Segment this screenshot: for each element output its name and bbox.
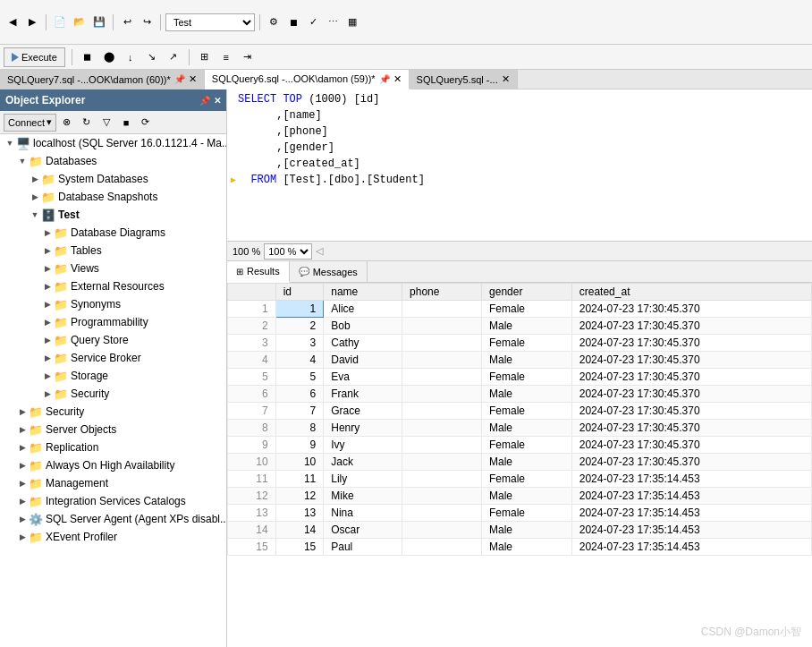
tree-node-databases[interactable]: ▼📁Databases (0, 152, 226, 170)
table-row[interactable]: 33CathyFemale2024-07-23 17:30:45.370 (228, 335, 812, 352)
cell-created-2[interactable]: 2024-07-23 17:30:45.370 (571, 318, 811, 335)
cell-name-15[interactable]: Paul (324, 539, 402, 556)
expand-databases[interactable]: ▼ (16, 155, 29, 167)
expand-query_store[interactable]: ▶ (41, 334, 54, 346)
cell-gender-9[interactable]: Female (482, 437, 572, 454)
sql-editor[interactable]: SELECT TOP (1000) [id] ,[name] ,[phone] … (227, 89, 812, 242)
cell-gender-6[interactable]: Male (482, 386, 572, 403)
messages-tab[interactable]: 💬 Messages (290, 261, 368, 282)
disconnect-btn[interactable]: ⊗ (58, 114, 76, 132)
tree-node-server[interactable]: ▼🖥️localhost (SQL Server 16.0.1121.4 - M… (0, 134, 226, 152)
cell-phone-6[interactable] (402, 386, 482, 403)
cell-id-5[interactable]: 5 (275, 369, 324, 386)
table-row[interactable]: 1010JackMale2024-07-23 17:30:45.370 (228, 454, 812, 471)
cell-phone-15[interactable] (402, 539, 482, 556)
cell-id-9[interactable]: 9 (275, 437, 324, 454)
cell-id-7[interactable]: 7 (275, 403, 324, 420)
tree-node-always_on[interactable]: ▶📁Always On High Availability (0, 456, 226, 474)
expand-security_db[interactable]: ▶ (41, 387, 54, 400)
table-row[interactable]: 22BobMale2024-07-23 17:30:45.370 (228, 318, 812, 335)
undo-btn[interactable]: ↩ (118, 13, 136, 31)
cell-id-11[interactable]: 11 (275, 471, 324, 488)
cell-created-10[interactable]: 2024-07-23 17:30:45.370 (571, 454, 811, 471)
expand-server_objects[interactable]: ▶ (16, 423, 29, 436)
tree-node-security_db[interactable]: ▶📁Security (0, 385, 226, 403)
tree-node-db_snapshots[interactable]: ▶📁Database Snapshots (0, 188, 226, 206)
cell-name-8[interactable]: Henry (324, 420, 402, 437)
query-tab-6[interactable]: SQLQuery6.sql -...OOK\damon (59))* 📌 ✕ (205, 70, 410, 89)
stop-btn[interactable]: ⏹ (284, 13, 302, 31)
cell-phone-11[interactable] (402, 471, 482, 488)
tree-node-ext_resources[interactable]: ▶📁External Resources (0, 277, 226, 295)
table-row[interactable]: 99IvyFemale2024-07-23 17:30:45.370 (228, 437, 812, 454)
cell-created-3[interactable]: 2024-07-23 17:30:45.370 (571, 335, 811, 352)
expand-system_dbs[interactable]: ▶ (29, 173, 41, 185)
cell-name-10[interactable]: Jack (324, 454, 402, 471)
cell-id-4[interactable]: 4 (275, 352, 324, 369)
table-row[interactable]: 55EvaFemale2024-07-23 17:30:45.370 (228, 369, 812, 386)
query-tab-5[interactable]: SQLQuery5.sql -... ✕ (410, 70, 518, 89)
cell-id-6[interactable]: 6 (275, 386, 324, 403)
expand-integration_services[interactable]: ▶ (16, 495, 29, 507)
cell-name-5[interactable]: Eva (324, 369, 402, 386)
stop-btn2[interactable]: ■ (117, 114, 135, 132)
cell-name-1[interactable]: Alice (324, 301, 402, 318)
tree-node-security[interactable]: ▶📁Security (0, 403, 226, 421)
cell-gender-5[interactable]: Female (482, 369, 572, 386)
expand-xevent_profiler[interactable]: ▶ (16, 531, 29, 543)
cell-id-15[interactable]: 15 (275, 539, 324, 556)
cell-gender-2[interactable]: Male (482, 318, 572, 335)
open-btn[interactable]: 📂 (71, 13, 89, 31)
cell-name-7[interactable]: Grace (324, 403, 402, 420)
expand-service_broker[interactable]: ▶ (41, 352, 54, 364)
table-row[interactable]: 88HenryMale2024-07-23 17:30:45.370 (228, 420, 812, 437)
cell-gender-10[interactable]: Male (482, 454, 572, 471)
database-select[interactable]: TestTest (165, 13, 255, 31)
connect-button[interactable]: Connect ▾ (4, 114, 56, 132)
cell-gender-7[interactable]: Female (482, 403, 572, 420)
cell-phone-2[interactable] (402, 318, 482, 335)
cell-name-2[interactable]: Bob (324, 318, 402, 335)
cell-phone-8[interactable] (402, 420, 482, 437)
cell-id-13[interactable]: 13 (275, 505, 324, 522)
cell-phone-12[interactable] (402, 488, 482, 505)
cell-phone-14[interactable] (402, 522, 482, 539)
tab7-close[interactable]: ✕ (189, 73, 197, 85)
tree-node-query_store[interactable]: ▶📁Query Store (0, 331, 226, 349)
cell-created-13[interactable]: 2024-07-23 17:35:14.453 (571, 505, 811, 522)
tree-node-views[interactable]: ▶📁Views (0, 260, 226, 277)
cell-phone-9[interactable] (402, 437, 482, 454)
cell-created-8[interactable]: 2024-07-23 17:30:45.370 (571, 420, 811, 437)
tree-node-synonyms[interactable]: ▶📁Synonyms (0, 295, 226, 313)
cell-phone-10[interactable] (402, 454, 482, 471)
cell-phone-1[interactable] (402, 301, 482, 318)
query-tab-7[interactable]: SQLQuery7.sql -...OOK\damon (60))* 📌 ✕ (0, 70, 205, 89)
cell-id-12[interactable]: 12 (275, 488, 324, 505)
cell-created-12[interactable]: 2024-07-23 17:35:14.453 (571, 488, 811, 505)
cell-name-13[interactable]: Nina (324, 505, 402, 522)
step-over-btn[interactable]: ↓ (122, 48, 140, 66)
filter-btn[interactable]: ▽ (97, 114, 115, 132)
tree-node-programmability[interactable]: ▶📁Programmability (0, 313, 226, 331)
table-row[interactable]: 44DavidMale2024-07-23 17:30:45.370 (228, 352, 812, 369)
cell-gender-12[interactable]: Male (482, 488, 572, 505)
indent-btn[interactable]: ⇥ (239, 48, 257, 66)
table-row[interactable]: 1212MikeMale2024-07-23 17:35:14.453 (228, 488, 812, 505)
cell-gender-13[interactable]: Female (482, 505, 572, 522)
cell-name-9[interactable]: Ivy (324, 437, 402, 454)
stop-debug-btn[interactable]: ◼ (79, 48, 97, 66)
cell-gender-11[interactable]: Female (482, 471, 572, 488)
cell-name-11[interactable]: Lily (324, 471, 402, 488)
cell-gender-1[interactable]: Female (482, 301, 572, 318)
expand-sql_agent[interactable]: ▶ (16, 513, 29, 525)
cell-phone-3[interactable] (402, 335, 482, 352)
execute-button[interactable]: Execute (4, 47, 65, 67)
cell-id-10[interactable]: 10 (275, 454, 324, 471)
cell-name-12[interactable]: Mike (324, 488, 402, 505)
cell-id-3[interactable]: 3 (275, 335, 324, 352)
table-row[interactable]: 1111LilyFemale2024-07-23 17:35:14.453 (228, 471, 812, 488)
cell-created-14[interactable]: 2024-07-23 17:35:14.453 (571, 522, 811, 539)
cell-created-4[interactable]: 2024-07-23 17:30:45.370 (571, 352, 811, 369)
parse-btn[interactable]: ✓ (304, 13, 322, 31)
cell-id-8[interactable]: 8 (275, 420, 324, 437)
